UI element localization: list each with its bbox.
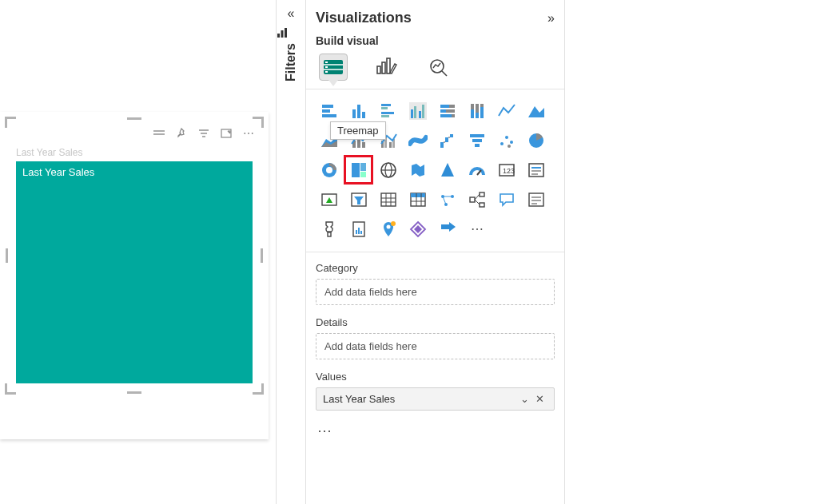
- category-well-label: Category: [316, 262, 555, 274]
- svg-rect-8: [285, 28, 287, 38]
- collapse-visualizations-icon[interactable]: »: [547, 11, 555, 26]
- details-well-dropzone[interactable]: Add data fields here: [316, 333, 555, 359]
- scatter-chart-icon[interactable]: [493, 127, 519, 153]
- expand-filters-icon[interactable]: «: [277, 6, 305, 21]
- svg-rect-101: [480, 203, 484, 207]
- svg-rect-32: [414, 106, 416, 118]
- clustered-column-chart-icon[interactable]: [404, 97, 431, 124]
- more-wells-icon[interactable]: ⋯: [316, 422, 555, 444]
- resize-handle-right[interactable]: [261, 248, 263, 263]
- svg-line-103: [475, 200, 480, 204]
- stacked-column-chart-icon[interactable]: [345, 97, 372, 124]
- svg-point-114: [391, 221, 396, 226]
- svg-text:123: 123: [503, 167, 515, 175]
- category-well-dropzone[interactable]: Add data fields here: [316, 279, 555, 305]
- svg-rect-69: [352, 163, 360, 177]
- fields-tab[interactable]: [319, 54, 348, 81]
- power-apps-icon[interactable]: [404, 216, 431, 242]
- treemap-visual[interactable]: Last Year Sales: [16, 161, 253, 383]
- treemap-chart-icon[interactable]: [345, 157, 372, 183]
- more-options-icon[interactable]: ⋯: [241, 126, 256, 141]
- analytics-tab[interactable]: [424, 54, 453, 81]
- map-icon[interactable]: [375, 157, 401, 183]
- pie-chart-icon[interactable]: [523, 127, 549, 153]
- table-icon[interactable]: [375, 186, 401, 212]
- hundred-stacked-column-icon[interactable]: [464, 97, 490, 124]
- matrix-icon[interactable]: [404, 186, 431, 212]
- arcgis-map-icon[interactable]: [375, 216, 401, 242]
- svg-rect-28: [381, 112, 394, 114]
- filters-pane-label[interactable]: Filters: [284, 43, 298, 81]
- report-canvas-area: ⋯ Last Year Sales Last Year Sales: [0, 112, 269, 439]
- resize-handle-top[interactable]: [127, 117, 141, 120]
- azure-map-icon[interactable]: [434, 157, 460, 183]
- svg-point-62: [500, 142, 504, 145]
- more-visuals-icon[interactable]: ⋯: [464, 216, 490, 242]
- svg-rect-46: [480, 104, 484, 107]
- hundred-stacked-bar-icon[interactable]: [434, 97, 460, 124]
- ribbon-chart-icon[interactable]: [404, 127, 431, 153]
- svg-rect-36: [449, 105, 455, 108]
- svg-point-68: [326, 167, 332, 173]
- details-well-label: Details: [316, 316, 555, 328]
- svg-rect-22: [322, 114, 336, 117]
- chevron-down-icon[interactable]: ⌄: [517, 393, 532, 405]
- build-visual-tabs: [316, 54, 555, 87]
- treemap-tile-label: Last Year Sales: [22, 166, 94, 178]
- treemap-tooltip: Treemap: [330, 121, 386, 140]
- area-chart-icon[interactable]: [523, 97, 549, 124]
- resize-handle-bottom-right[interactable]: [253, 383, 264, 395]
- focus-mode-icon[interactable]: [219, 126, 233, 141]
- drag-grip-icon[interactable]: [152, 126, 166, 141]
- decomposition-tree-icon[interactable]: [464, 186, 490, 212]
- remove-field-icon[interactable]: ✕: [532, 393, 547, 405]
- card-icon[interactable]: 123: [493, 157, 519, 183]
- filled-map-icon[interactable]: [404, 157, 431, 183]
- values-field-chip[interactable]: Last Year Sales ⌄ ✕: [316, 387, 555, 411]
- donut-chart-icon[interactable]: [316, 157, 342, 183]
- svg-rect-78: [529, 164, 543, 177]
- resize-handle-bottom-left[interactable]: [5, 383, 16, 395]
- visualizations-pane: Visualizations » Build visual Treemap: [306, 0, 565, 504]
- svg-rect-100: [480, 192, 484, 196]
- slicer-icon[interactable]: [345, 186, 372, 212]
- svg-rect-110: [356, 230, 357, 234]
- svg-rect-21: [322, 109, 330, 113]
- svg-rect-27: [381, 107, 388, 109]
- visualizations-title: Visualizations: [316, 10, 412, 26]
- funnel-chart-icon[interactable]: [464, 127, 490, 153]
- resize-handle-bottom[interactable]: [127, 391, 141, 394]
- resize-handle-top-left[interactable]: [5, 117, 16, 128]
- svg-rect-84: [381, 193, 396, 206]
- svg-rect-54: [440, 142, 444, 148]
- svg-rect-104: [529, 193, 543, 206]
- svg-rect-13: [325, 66, 328, 68]
- pin-icon[interactable]: [174, 126, 189, 141]
- r-visual-icon[interactable]: [434, 186, 460, 212]
- multirow-card-icon[interactable]: [523, 157, 549, 183]
- filter-icon[interactable]: [197, 126, 211, 141]
- svg-rect-25: [362, 112, 365, 118]
- stacked-bar-chart-icon[interactable]: [316, 97, 342, 124]
- svg-rect-33: [419, 111, 421, 118]
- line-chart-icon[interactable]: [493, 97, 519, 124]
- svg-rect-7: [281, 30, 284, 38]
- qa-visual-icon[interactable]: [493, 186, 519, 212]
- visual-header-toolbar: ⋯: [152, 126, 256, 141]
- format-tab[interactable]: [372, 54, 400, 81]
- svg-rect-34: [422, 105, 424, 118]
- visual-selection-frame[interactable]: ⋯ Last Year Sales Last Year Sales: [8, 120, 261, 391]
- goals-icon[interactable]: [316, 216, 342, 242]
- power-automate-icon[interactable]: [434, 216, 460, 242]
- waterfall-chart-icon[interactable]: [434, 127, 460, 153]
- filters-pane-collapsed: « Filters: [276, 0, 306, 504]
- gauge-icon[interactable]: [464, 157, 490, 183]
- smart-narrative-icon[interactable]: [523, 186, 549, 212]
- paginated-report-icon[interactable]: [345, 216, 372, 242]
- svg-rect-56: [450, 134, 453, 137]
- clustered-bar-chart-icon[interactable]: [375, 97, 401, 124]
- svg-rect-71: [360, 172, 366, 177]
- kpi-icon[interactable]: [316, 186, 342, 212]
- resize-handle-left[interactable]: [6, 248, 8, 263]
- svg-rect-15: [377, 66, 380, 73]
